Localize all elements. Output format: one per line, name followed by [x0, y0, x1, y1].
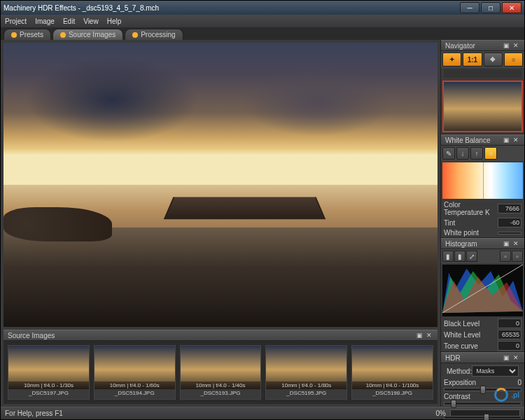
eyedropper-icon[interactable]: ✎ — [442, 147, 455, 160]
tab-processing[interactable]: Processing — [125, 29, 183, 40]
sun-icon[interactable]: ☀ — [484, 147, 497, 160]
panel-pin-icon[interactable]: ▣ — [502, 354, 510, 362]
white-balance-header: White Balance ▣ ✕ — [441, 134, 524, 146]
histogram-header: Histogram ▣ ✕ — [441, 238, 524, 249]
tab-presets[interactable]: Presets — [4, 29, 51, 40]
tab-source-images[interactable]: Source Images — [52, 29, 123, 40]
thumbnail-strip: 10mm | f/4.0 - 1/30s_DSC5197.JPG 10mm | … — [4, 341, 438, 404]
status-help: For Help, press F1 — [5, 410, 63, 417]
preview-ground — [4, 227, 438, 327]
nav-gear-button[interactable]: ☼ — [504, 52, 523, 66]
navigator-preview[interactable] — [442, 80, 523, 132]
panel-pin-icon[interactable]: ▣ — [502, 41, 510, 50]
color-temp-value[interactable]: 7666 — [498, 204, 522, 214]
tint-value[interactable]: -60 — [498, 218, 522, 227]
tabbar: Presets Source Images Processing — [1, 27, 524, 40]
preview-pier — [163, 197, 325, 219]
nav-fit-button[interactable]: ✦ — [442, 52, 461, 66]
color-temperature-gradient[interactable] — [442, 162, 523, 199]
maximize-button[interactable]: □ — [481, 2, 500, 13]
zoom-slider[interactable] — [444, 69, 522, 78]
black-level-value[interactable]: 0 — [498, 318, 522, 328]
tone-curve-value[interactable]: 0 — [498, 341, 522, 351]
histo-curve-icon[interactable]: ⤢ — [466, 251, 477, 262]
hdr-method-select[interactable]: Masks — [472, 365, 519, 377]
navigator-header: Navigator ▣ ✕ — [441, 40, 524, 51]
panel-close-icon[interactable]: ✕ — [425, 331, 433, 340]
logo-swirl-icon — [494, 388, 508, 402]
panel-pin-icon[interactable]: ▣ — [502, 239, 510, 248]
white-level-value[interactable]: 65535 — [498, 330, 522, 340]
thumbnail[interactable]: 10mm | f/4.0 - 1/100s_DSC5198.JPG — [351, 345, 433, 400]
processing-icon — [132, 32, 138, 38]
menu-image[interactable]: Image — [35, 18, 55, 25]
presets-icon — [11, 32, 17, 38]
close-button[interactable]: ✕ — [502, 2, 522, 13]
histo-luma-icon[interactable]: ▮ — [454, 251, 465, 262]
panel-close-icon[interactable]: ✕ — [512, 136, 520, 144]
brightness-slider[interactable] — [444, 416, 522, 419]
window-title: Machinery HDR Effects - _dsc5193_4_5_7_8… — [4, 4, 159, 12]
white-point-value[interactable] — [498, 232, 522, 234]
wb-up-icon[interactable]: ↑ — [470, 147, 483, 160]
nav-move-button[interactable]: ✥ — [484, 52, 503, 66]
panel-pin-icon[interactable]: ▣ — [415, 331, 424, 340]
minimize-button[interactable]: ─ — [460, 2, 479, 13]
histogram-canvas[interactable] — [442, 265, 523, 316]
histo-opt1-icon[interactable]: ▫ — [500, 251, 511, 262]
nav-1to1-button[interactable]: 1:1 — [463, 52, 482, 66]
menubar: Project Image Edit View Help — [1, 15, 524, 27]
source-images-header: Source Images ▣ ✕ — [4, 330, 438, 341]
wb-down-icon[interactable]: ↓ — [456, 147, 469, 160]
thumbnail[interactable]: 10mm | f/4.0 - 1/30s_DSC5197.JPG — [8, 345, 90, 400]
contrast-slider[interactable] — [444, 402, 522, 405]
image-viewport[interactable] — [4, 43, 438, 327]
menu-help[interactable]: Help — [107, 18, 122, 25]
thumbnail[interactable]: 10mm | f/4.0 - 1/80s_DSC5195.JPG — [265, 345, 347, 400]
thumbnail[interactable]: 10mm | f/4.0 - 1/60s_DSC5194.JPG — [94, 345, 176, 400]
panel-pin-icon[interactable]: ▣ — [502, 136, 510, 144]
histo-rgb-icon[interactable]: ▮ — [442, 251, 454, 262]
menu-view[interactable]: View — [83, 18, 99, 25]
logo: .pl — [494, 388, 519, 402]
panel-close-icon[interactable]: ✕ — [512, 41, 520, 50]
thumbnail[interactable]: 10mm | f/4.0 - 1/40s_DSC5193.JPG — [180, 345, 262, 400]
titlebar: Machinery HDR Effects - _dsc5193_4_5_7_8… — [1, 1, 524, 15]
panel-close-icon[interactable]: ✕ — [512, 354, 520, 362]
panel-close-icon[interactable]: ✕ — [512, 239, 520, 248]
menu-project[interactable]: Project — [5, 18, 27, 25]
histo-opt2-icon[interactable]: ▫ — [512, 251, 523, 262]
hdr-header: HDR ▣ ✕ — [441, 352, 524, 363]
source-images-icon — [60, 32, 66, 38]
menu-edit[interactable]: Edit — [63, 18, 75, 25]
